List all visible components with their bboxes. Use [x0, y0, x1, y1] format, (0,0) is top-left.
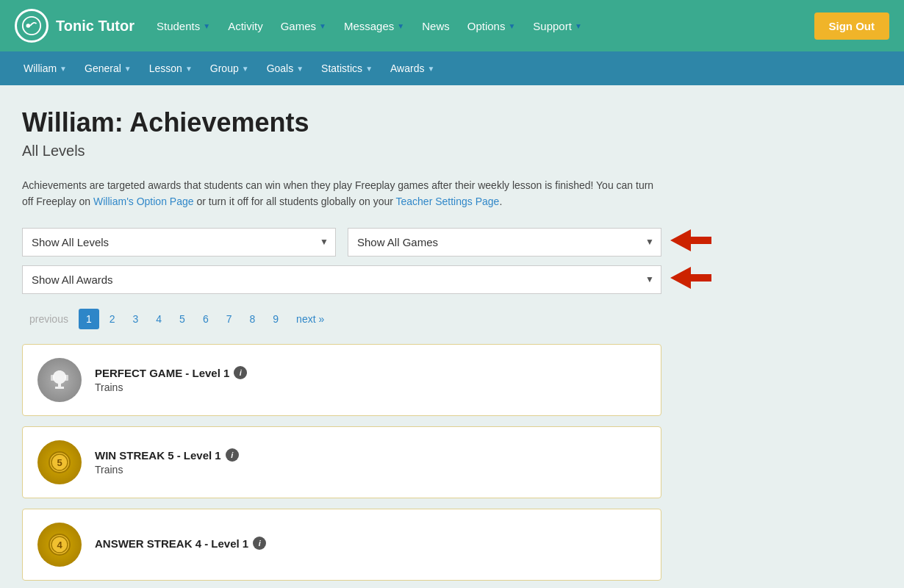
info-icon-1[interactable]: i — [234, 366, 247, 379]
sign-out-button[interactable]: Sign Out — [814, 12, 890, 40]
svg-point-0 — [23, 17, 40, 35]
info-icon-2[interactable]: i — [226, 448, 239, 462]
awards-red-arrow — [669, 265, 713, 293]
achievement-info: PERFECT GAME - Level 1 i Trains — [95, 366, 646, 393]
achievement-game-2: Trains — [95, 464, 646, 476]
achievement-card-2: 5 WIN STREAK 5 - Level 1 i Trains — [22, 426, 661, 498]
awards-dropdown-arrow: ▼ — [427, 65, 434, 73]
messages-dropdown-arrow: ▼ — [397, 22, 404, 30]
students-dropdown-arrow: ▼ — [203, 22, 210, 30]
achievement-title-2: WIN STREAK 5 - Level 1 i — [95, 448, 646, 462]
levels-filter-select[interactable]: Show All Levels — [22, 228, 336, 257]
main-content: William: Achievements All Levels Achieve… — [0, 85, 735, 588]
pagination-page-1[interactable]: 1 — [79, 309, 99, 329]
top-nav-items: Students ▼ Activity Games ▼ Messages ▼ N… — [149, 14, 814, 38]
statistics-dropdown-arrow: ▼ — [365, 65, 373, 73]
awards-filter-select[interactable]: Show All Awards — [22, 265, 661, 294]
logo-area: Tonic Tutor — [15, 9, 134, 43]
lesson-dropdown-arrow: ▼ — [185, 65, 193, 73]
subnav-awards[interactable]: Awards ▼ — [381, 57, 443, 80]
pagination-page-8[interactable]: 8 — [243, 309, 263, 329]
nav-support[interactable]: Support ▼ — [525, 14, 589, 38]
achievement-card: PERFECT GAME - Level 1 i Trains — [22, 344, 661, 416]
page-subtitle: All Levels — [22, 143, 713, 159]
achievement-title-3: ANSWER STREAK 4 - Level 1 i — [95, 537, 646, 550]
teacher-settings-link[interactable]: Teacher Settings Page — [396, 196, 500, 207]
pagination-page-6[interactable]: 6 — [195, 309, 216, 329]
sub-nav: William ▼ General ▼ Lesson ▼ Group ▼ Goa… — [0, 51, 904, 85]
svg-marker-2 — [670, 229, 711, 251]
achievement-card-3: 4 ANSWER STREAK 4 - Level 1 i — [22, 509, 661, 581]
pagination-previous: previous — [22, 309, 76, 329]
svg-rect-4 — [51, 375, 54, 381]
games-filter-wrapper: Show All Games ▼ — [348, 228, 661, 257]
nav-options[interactable]: Options ▼ — [460, 14, 523, 38]
games-dropdown-arrow: ▼ — [319, 22, 326, 30]
pagination: previous 1 2 3 4 5 6 7 8 9 next » — [22, 309, 713, 329]
games-red-arrow — [669, 228, 713, 256]
svg-rect-5 — [65, 375, 68, 381]
pagination-page-9[interactable]: 9 — [265, 309, 286, 329]
achievement-info-2: WIN STREAK 5 - Level 1 i Trains — [95, 448, 646, 476]
levels-filter-wrapper: Show All Levels ▼ — [22, 228, 336, 257]
subnav-statistics[interactable]: Statistics ▼ — [312, 57, 381, 80]
pagination-page-5[interactable]: 5 — [172, 309, 193, 329]
general-dropdown-arrow: ▼ — [124, 65, 132, 73]
logo-text: Tonic Tutor — [56, 18, 134, 35]
info-icon-3[interactable]: i — [253, 537, 266, 550]
william-option-page-link[interactable]: William's Option Page — [93, 196, 194, 207]
svg-marker-3 — [670, 267, 711, 289]
options-dropdown-arrow: ▼ — [508, 22, 515, 30]
svg-point-1 — [26, 24, 31, 28]
support-dropdown-arrow: ▼ — [575, 22, 582, 30]
pagination-next[interactable]: next » — [289, 309, 331, 329]
goals-dropdown-arrow: ▼ — [296, 65, 304, 73]
subnav-group[interactable]: Group ▼ — [201, 57, 258, 80]
achievement-info-3: ANSWER STREAK 4 - Level 1 i — [95, 537, 646, 552]
pagination-page-7[interactable]: 7 — [219, 309, 240, 329]
subnav-william[interactable]: William ▼ — [15, 57, 76, 80]
achievement-icon-trophy — [37, 358, 82, 402]
nav-students[interactable]: Students ▼ — [149, 14, 218, 38]
svg-text:5: 5 — [57, 457, 62, 468]
achievement-game: Trains — [95, 381, 646, 393]
achievement-title: PERFECT GAME - Level 1 i — [95, 366, 646, 379]
top-nav: Tonic Tutor Students ▼ Activity Games ▼ … — [0, 0, 904, 51]
description: Achievements are targeted awards that st… — [22, 177, 661, 210]
awards-filter-wrapper: Show All Awards ▼ — [22, 265, 661, 294]
svg-text:4: 4 — [57, 539, 62, 551]
games-filter-select[interactable]: Show All Games — [348, 228, 661, 257]
achievement-icon-streak5: 5 — [37, 440, 82, 484]
nav-news[interactable]: News — [415, 14, 457, 38]
william-dropdown-arrow: ▼ — [60, 65, 67, 73]
pagination-page-3[interactable]: 3 — [126, 309, 146, 329]
subnav-goals[interactable]: Goals ▼ — [258, 57, 312, 80]
group-dropdown-arrow: ▼ — [242, 65, 249, 73]
pagination-page-4[interactable]: 4 — [148, 309, 169, 329]
page-title: William: Achievements — [22, 107, 713, 138]
nav-messages[interactable]: Messages ▼ — [337, 14, 412, 38]
logo-icon — [15, 9, 49, 43]
subnav-lesson[interactable]: Lesson ▼ — [140, 57, 201, 80]
nav-games[interactable]: Games ▼ — [273, 14, 334, 38]
pagination-page-2[interactable]: 2 — [102, 309, 123, 329]
subnav-general[interactable]: General ▼ — [76, 57, 140, 80]
achievement-icon-streak4: 4 — [37, 523, 82, 567]
nav-activity[interactable]: Activity — [220, 14, 270, 38]
